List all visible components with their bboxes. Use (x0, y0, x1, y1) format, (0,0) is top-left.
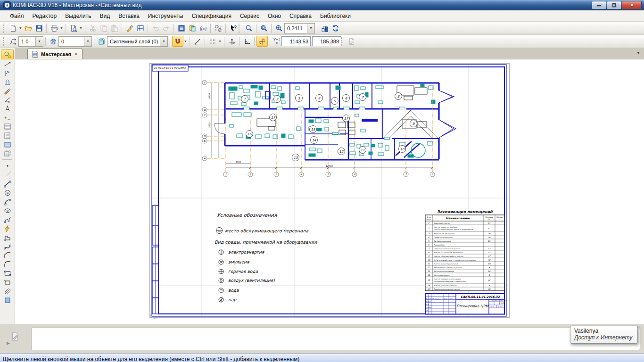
copy-properties-button[interactable] (124, 23, 135, 33)
toolbar-grip[interactable] (341, 37, 344, 46)
copy-button[interactable] (98, 23, 109, 33)
dropdown-arrow-icon[interactable]: ▼ (183, 36, 188, 47)
open-doc-button[interactable] (23, 23, 33, 33)
panel-dimensions-button[interactable] (1, 59, 13, 68)
menu-3[interactable]: Вид (96, 11, 115, 21)
menu-7[interactable]: Сервис (236, 11, 264, 21)
axes-local-button[interactable] (226, 36, 237, 47)
tool-continuous-input-button[interactable] (1, 215, 13, 224)
panel-specification-button[interactable] (1, 122, 13, 131)
layer-number-combobox[interactable]: 0▼ (58, 36, 92, 47)
fx-button[interactable]: f(x) (198, 23, 208, 33)
tool-spline-button[interactable] (1, 242, 13, 251)
tool-fillet-button[interactable] (1, 260, 13, 269)
menu-8[interactable]: Окно (264, 11, 285, 21)
panel-designations-button[interactable] (1, 68, 13, 77)
tool-chamfer-button[interactable] (1, 251, 13, 260)
tab-overflow-icon[interactable]: ▼ (636, 51, 640, 55)
close-button[interactable]: ✕ (622, 1, 642, 9)
doc-props-button[interactable] (346, 36, 357, 47)
toolbar-grip[interactable] (3, 37, 6, 46)
dropdown-arrow-icon[interactable]: ▼ (218, 36, 222, 47)
layers-button[interactable] (48, 36, 58, 47)
combo-dropdown-icon[interactable]: ▼ (35, 37, 43, 46)
layer-doc-button[interactable] (96, 36, 107, 47)
panel-macro-button[interactable] (1, 149, 13, 158)
combo-dropdown-icon[interactable]: ▼ (307, 24, 314, 33)
zoom-frame-button[interactable] (258, 23, 269, 33)
redo-button[interactable] (161, 23, 172, 33)
tool-lightning-button[interactable] (1, 224, 13, 233)
menu-6[interactable]: Спецификация (188, 11, 236, 21)
menu-4[interactable]: Вставка (114, 11, 144, 21)
spec-table-button[interactable] (135, 23, 146, 33)
tool-circle-button[interactable] (1, 188, 13, 197)
renumber-button[interactable]: 12 (213, 23, 223, 33)
cut-button[interactable] (87, 23, 98, 33)
panel-measure-button[interactable] (1, 104, 13, 113)
tool-arc-button[interactable] (1, 197, 13, 206)
drawing-canvas[interactable]: САКП.06.11.01.2016.32ЕДГВБА1234567842000… (15, 59, 644, 324)
help-cursor-button[interactable]: ? (228, 23, 239, 33)
zoom-plus-button[interactable] (273, 23, 284, 33)
tool-contour-button[interactable] (1, 233, 13, 242)
panel-selection-button[interactable]: +− (1, 113, 13, 122)
dropdown-arrow-icon[interactable]: ▼ (79, 23, 83, 33)
panel-editing-button[interactable] (1, 86, 13, 95)
magnet-button[interactable] (172, 36, 183, 47)
drawing-sheet[interactable]: САКП.06.11.01.2016.32ЕДГВБА1234567842000… (149, 63, 510, 320)
tab-close-icon[interactable]: ✕ (74, 51, 78, 57)
tool-aux-line-button[interactable] (1, 170, 13, 179)
save-doc-button[interactable] (33, 23, 44, 33)
grid-button[interactable] (207, 36, 218, 47)
network-notification[interactable]: Vasilenya Доступ к Интернету (570, 326, 638, 344)
menu-1[interactable]: Редактор (28, 11, 61, 21)
paste-button[interactable] (109, 23, 120, 33)
ortho-button[interactable] (241, 36, 252, 47)
panel-reports-button[interactable] (1, 131, 13, 140)
tool-fill-button[interactable] (1, 296, 13, 304)
restore-button[interactable]: ❐ (607, 1, 621, 9)
panel-designations-psp-button[interactable] (1, 77, 13, 86)
menu-2[interactable]: Выделить (61, 11, 95, 21)
zoom-combobox[interactable]: 0.2411▼ (284, 23, 315, 33)
tool-ellipse-button[interactable] (1, 206, 13, 215)
tool-rectangle-button[interactable] (1, 269, 13, 278)
menu-0[interactable]: Файл (6, 11, 28, 21)
coordinate-y-field[interactable]: 185.388 (312, 36, 341, 46)
curve-step-button[interactable] (8, 36, 18, 47)
tool-segment-button[interactable] (1, 179, 13, 188)
print-preview-button[interactable] (68, 23, 79, 33)
angle-snap-button[interactable] (192, 36, 203, 47)
window-views-button[interactable] (176, 23, 187, 33)
menu-10[interactable]: Библиотеки (316, 11, 355, 21)
expand-arrow-icon[interactable]: ▶ (7, 341, 10, 346)
snap-points-button[interactable] (256, 36, 268, 47)
panel-insert-view-button[interactable] (1, 140, 13, 149)
curve-accuracy-combobox[interactable]: 1.0▼ (18, 36, 43, 47)
refresh-view-button[interactable] (330, 23, 341, 33)
tool-hatch-button[interactable] (1, 287, 13, 296)
minimize-button[interactable]: — (592, 1, 606, 9)
doc-edit-icon[interactable] (11, 332, 19, 341)
layer-name-combobox[interactable]: Системный слой (0)▼ (107, 36, 168, 47)
menu-9[interactable]: Справка (285, 11, 316, 21)
zoom-button[interactable] (243, 23, 254, 33)
rebuild-button[interactable] (319, 23, 330, 33)
toolbar-grip[interactable] (3, 24, 6, 33)
tool-collect-contour-button[interactable] (1, 278, 13, 287)
panel-geometry-button[interactable] (1, 49, 14, 59)
combo-dropdown-icon[interactable]: ▼ (160, 37, 167, 46)
dropdown-arrow-icon[interactable]: ▼ (18, 23, 23, 33)
toolbar-grip[interactable] (239, 24, 241, 33)
coordinate-x-field[interactable]: 1143.53 (281, 36, 311, 46)
tab-masterskaya[interactable]: Мастерская ✕ (27, 49, 83, 59)
doc-manager-button[interactable] (187, 23, 198, 33)
menu-5[interactable]: Инструменты (144, 11, 188, 21)
combo-dropdown-icon[interactable]: ▼ (84, 37, 91, 46)
tool-point-button[interactable] (1, 161, 13, 170)
new-doc-button[interactable] (8, 23, 18, 33)
panel-parametrize-button[interactable]: ± (1, 95, 13, 104)
dropdown-arrow-icon[interactable]: ▼ (59, 23, 64, 33)
print-button[interactable] (49, 23, 59, 33)
